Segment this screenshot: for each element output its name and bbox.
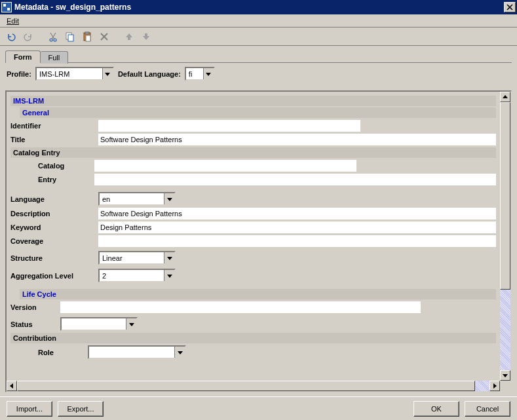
vertical-scrollbar[interactable] bbox=[500, 92, 510, 381]
version-label: Version bbox=[10, 303, 56, 311]
title-label: Title bbox=[10, 136, 94, 143]
move-down-button[interactable] bbox=[139, 29, 153, 44]
contribution-header: Contribution bbox=[10, 333, 496, 343]
redo-icon bbox=[23, 31, 33, 42]
chevron-down-icon bbox=[164, 270, 174, 281]
tab-full[interactable]: Full bbox=[41, 51, 69, 64]
status-select[interactable] bbox=[60, 317, 138, 331]
scroll-track[interactable] bbox=[500, 102, 510, 370]
svg-rect-7 bbox=[68, 35, 73, 41]
structure-select[interactable]: Linear bbox=[98, 251, 176, 265]
menubar: Edit bbox=[0, 14, 517, 28]
undo-button[interactable] bbox=[4, 29, 18, 44]
copy-icon bbox=[65, 31, 75, 42]
chevron-down-icon bbox=[164, 252, 174, 263]
language-value: en bbox=[100, 195, 164, 203]
default-language-select[interactable]: fi bbox=[185, 67, 215, 81]
svg-rect-2 bbox=[3, 4, 6, 7]
app-icon bbox=[1, 2, 12, 12]
svg-rect-10 bbox=[86, 35, 90, 41]
scroll-thumb-h[interactable] bbox=[17, 381, 475, 391]
description-input[interactable] bbox=[98, 208, 496, 220]
scroll-up-button[interactable] bbox=[500, 92, 510, 102]
structure-value: Linear bbox=[100, 254, 164, 262]
default-language-value: fi bbox=[186, 70, 203, 78]
version-input[interactable] bbox=[60, 301, 421, 313]
aggregation-level-select[interactable]: 2 bbox=[98, 269, 176, 282]
keyword-row: Keyword bbox=[10, 221, 496, 233]
form-content: IMS-LRM General Identifier Title Catalog… bbox=[7, 92, 500, 381]
entry-label: Entry bbox=[38, 176, 90, 183]
close-button[interactable] bbox=[504, 2, 516, 12]
ok-button[interactable]: OK bbox=[413, 401, 459, 417]
aggregation-level-row: Aggregation Level 2 bbox=[10, 269, 496, 282]
cut-button[interactable] bbox=[46, 29, 60, 44]
catalog-input[interactable] bbox=[94, 160, 356, 172]
coverage-row: Coverage bbox=[10, 235, 496, 247]
chevron-down-icon bbox=[174, 347, 185, 358]
profile-select-value: IMS-LRM bbox=[37, 70, 102, 78]
identifier-row: Identifier bbox=[10, 120, 496, 132]
delete-button[interactable] bbox=[97, 29, 111, 44]
delete-icon bbox=[100, 32, 109, 41]
root-header: IMS-LRM bbox=[10, 96, 496, 106]
cancel-button[interactable]: Cancel bbox=[465, 401, 510, 417]
version-row: Version bbox=[10, 301, 496, 313]
chevron-down-icon bbox=[164, 193, 174, 204]
identifier-input[interactable] bbox=[98, 120, 360, 132]
chevron-down-icon bbox=[102, 68, 113, 79]
keyword-input[interactable] bbox=[98, 221, 496, 233]
language-select[interactable]: en bbox=[98, 192, 176, 206]
svg-point-5 bbox=[54, 39, 56, 41]
scroll-left-button[interactable] bbox=[7, 381, 17, 391]
chevron-down-icon bbox=[126, 318, 136, 330]
horizontal-scrollbar[interactable] bbox=[7, 381, 500, 391]
copy-button[interactable] bbox=[63, 29, 77, 44]
tabs: Form Full bbox=[0, 46, 517, 62]
catalog-label: Catalog bbox=[38, 162, 90, 170]
toolbar bbox=[0, 28, 517, 46]
description-row: Description bbox=[10, 208, 496, 220]
paste-button[interactable] bbox=[80, 29, 94, 44]
identifier-label: Identifier bbox=[10, 122, 94, 130]
coverage-label: Coverage bbox=[10, 237, 94, 245]
import-button[interactable]: Import... bbox=[7, 401, 52, 417]
language-label: Language bbox=[10, 195, 94, 203]
role-select[interactable] bbox=[88, 345, 186, 359]
status-row: Status bbox=[10, 317, 496, 331]
scroll-down-button[interactable] bbox=[500, 370, 510, 381]
role-label: Role bbox=[38, 349, 84, 356]
entry-input[interactable] bbox=[94, 174, 496, 185]
window-title: Metadata - sw_design_patterns bbox=[14, 3, 504, 12]
language-row: Language en bbox=[10, 192, 496, 206]
chevron-down-icon bbox=[203, 68, 214, 79]
scroll-track-h[interactable] bbox=[17, 381, 489, 391]
tab-form[interactable]: Form bbox=[5, 50, 41, 63]
scroll-thumb[interactable] bbox=[500, 102, 510, 290]
paste-icon bbox=[82, 31, 92, 42]
titlebar: Metadata - sw_design_patterns bbox=[0, 0, 517, 14]
keyword-label: Keyword bbox=[10, 223, 94, 231]
svg-rect-9 bbox=[85, 32, 89, 34]
status-label: Status bbox=[10, 320, 56, 328]
redo-button[interactable] bbox=[21, 29, 35, 44]
structure-label: Structure bbox=[10, 254, 94, 262]
profile-label: Profile: bbox=[7, 70, 31, 78]
button-bar: Import... Export... OK Cancel bbox=[0, 396, 517, 420]
title-input[interactable] bbox=[98, 134, 496, 145]
profile-select[interactable]: IMS-LRM bbox=[35, 67, 114, 81]
scroll-right-button[interactable] bbox=[489, 381, 500, 391]
arrow-up-icon bbox=[124, 32, 134, 41]
entry-row: Entry bbox=[38, 174, 496, 185]
title-row: Title bbox=[10, 134, 496, 145]
export-button[interactable]: Export... bbox=[58, 401, 104, 417]
role-row: Role bbox=[38, 345, 496, 359]
profile-row: Profile: IMS-LRM Default Language: fi bbox=[0, 63, 517, 85]
form-scroll-pane: IMS-LRM General Identifier Title Catalog… bbox=[5, 90, 512, 392]
scroll-corner bbox=[500, 381, 510, 391]
undo-icon bbox=[6, 31, 16, 42]
coverage-input[interactable] bbox=[98, 235, 496, 247]
menu-edit[interactable]: Edit bbox=[3, 16, 23, 26]
cut-icon bbox=[48, 31, 58, 42]
move-up-button[interactable] bbox=[122, 29, 136, 44]
